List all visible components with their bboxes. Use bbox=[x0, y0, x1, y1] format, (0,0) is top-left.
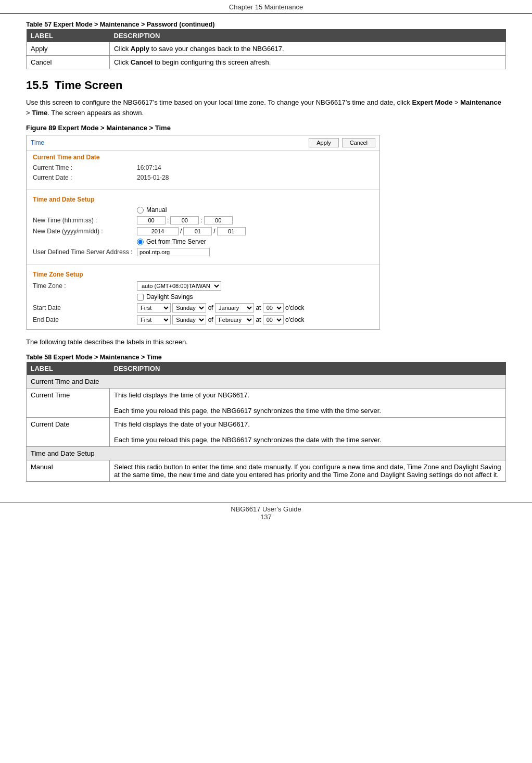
table58-title: Table 58 Expert Mode > Maintenance > Tim… bbox=[26, 354, 506, 361]
following-text: The following table describes the labels… bbox=[26, 337, 506, 347]
current-date-row: Current Date : 2015-01-28 bbox=[33, 174, 373, 181]
new-date-month-input[interactable] bbox=[183, 227, 212, 235]
end-day-select[interactable]: Sunday bbox=[172, 315, 206, 324]
time-date-setup-section: Time and Date Setup Manual New Time (hh:… bbox=[27, 193, 379, 261]
page-header: Chapter 15 Maintenance bbox=[0, 0, 532, 14]
end-date-row: End Date First Sunday of February at bbox=[33, 315, 373, 324]
row-label-current-date: Current Date bbox=[27, 417, 110, 446]
current-date-value: 2015-01-28 bbox=[137, 174, 169, 181]
chapter-title: Chapter 15 Maintenance bbox=[229, 3, 303, 11]
figure-cancel-button[interactable]: Cancel bbox=[342, 138, 375, 147]
new-date-label: New Date (yyyy/mm/dd) : bbox=[33, 228, 137, 235]
ntp-server-input[interactable] bbox=[137, 248, 210, 256]
current-time-value: 16:07:14 bbox=[137, 164, 161, 171]
row-label: Cancel bbox=[27, 56, 110, 69]
figure-label: Figure 89 Expert Mode > Maintenance > Ti… bbox=[26, 124, 506, 132]
date-sep2: / bbox=[213, 228, 215, 235]
current-section-title: Current Time and Date bbox=[33, 154, 373, 161]
manual-radio[interactable] bbox=[137, 207, 144, 214]
new-date-year-input[interactable] bbox=[137, 227, 179, 235]
manual-label: Manual bbox=[146, 206, 167, 214]
new-time-label: New Time (hh:mm:ss) : bbox=[33, 217, 137, 224]
start-at-label: at bbox=[256, 304, 261, 311]
row-description: Click Cancel to begin configuring this s… bbox=[110, 56, 506, 69]
current-time-row: Current Time : 16:07:14 bbox=[33, 164, 373, 171]
new-time-min-input[interactable] bbox=[170, 216, 199, 224]
time-sep1: : bbox=[167, 217, 169, 224]
table-row: Current Date This field displays the dat… bbox=[27, 417, 506, 446]
figure-topbar-buttons: Apply Cancel bbox=[309, 138, 375, 147]
daylight-label: Daylight Savings bbox=[146, 293, 193, 301]
section-label-setup: Time and Date Setup bbox=[27, 446, 506, 460]
new-time-sec-input[interactable] bbox=[204, 216, 233, 224]
daylight-row: Daylight Savings bbox=[33, 293, 373, 301]
table-57: LABEL DESCRIPTION Apply Click Apply to s… bbox=[26, 29, 506, 69]
row-description-current-time: This field displays the time of your NBG… bbox=[110, 388, 506, 417]
get-from-server-label: Get from Time Server bbox=[146, 238, 206, 245]
row-description-current-date: This field displays the date of your NBG… bbox=[110, 417, 506, 446]
end-oclock-label: o'clock bbox=[285, 316, 304, 323]
current-date-label: Current Date : bbox=[33, 174, 137, 181]
start-date-label: Start Date bbox=[33, 304, 137, 311]
new-time-hour-input[interactable] bbox=[137, 216, 166, 224]
end-of-label: of bbox=[208, 316, 213, 323]
row-label-current-time: Current Time bbox=[27, 388, 110, 417]
section-row-setup: Time and Date Setup bbox=[27, 446, 506, 460]
table-row: Apply Click Apply to save your changes b… bbox=[27, 42, 506, 56]
row-description: Click Apply to save your changes back to… bbox=[110, 42, 506, 56]
start-month-select[interactable]: January bbox=[215, 303, 254, 312]
col-description-58: DESCRIPTION bbox=[110, 362, 506, 375]
row-description-manual: Select this radio button to enter the ti… bbox=[110, 460, 506, 481]
table-row: Current Time This field displays the tim… bbox=[27, 388, 506, 417]
get-from-server-radio[interactable] bbox=[137, 239, 144, 245]
section-body-text: Use this screen to configure the NBG6617… bbox=[26, 97, 506, 118]
table-row: Manual Select this radio button to enter… bbox=[27, 460, 506, 481]
footer-guide: NBG6617 User's Guide bbox=[0, 505, 532, 513]
timezone-row: Time Zone : auto (GMT+08:00)TAIWAN bbox=[33, 281, 373, 291]
user-defined-label: User Defined Time Server Address : bbox=[33, 248, 137, 256]
col-description: DESCRIPTION bbox=[110, 29, 506, 42]
current-time-date-section: Current Time and Date Current Time : 16:… bbox=[27, 151, 379, 186]
col-label: LABEL bbox=[27, 29, 110, 42]
daylight-checkbox[interactable] bbox=[137, 294, 144, 301]
figure-tab-title: Time bbox=[31, 139, 44, 146]
col-label-58: LABEL bbox=[27, 362, 110, 375]
section-label-current: Current Time and Date bbox=[27, 375, 506, 389]
get-from-server-row: Get from Time Server bbox=[33, 238, 373, 245]
new-time-row: New Time (hh:mm:ss) : : : bbox=[33, 216, 373, 224]
setup-section-title: Time and Date Setup bbox=[33, 196, 373, 203]
table-58: LABEL DESCRIPTION Current Time and Date … bbox=[26, 362, 506, 482]
footer-page: 137 bbox=[0, 513, 532, 521]
figure-box: Time Apply Cancel Current Time and Date … bbox=[26, 135, 380, 330]
end-month-select[interactable]: February bbox=[215, 315, 254, 324]
end-at-label: at bbox=[256, 316, 261, 323]
table-row: Cancel Click Cancel to begin configuring… bbox=[27, 56, 506, 69]
figure-topbar: Time Apply Cancel bbox=[27, 135, 379, 151]
start-first-select[interactable]: First bbox=[137, 303, 171, 312]
start-of-label: of bbox=[208, 304, 213, 311]
table57-title: Table 57 Expert Mode > Maintenance > Pas… bbox=[26, 21, 506, 28]
end-hour-select[interactable]: 00 bbox=[263, 315, 284, 324]
manual-row: Manual bbox=[33, 206, 373, 214]
figure-apply-button[interactable]: Apply bbox=[309, 138, 339, 147]
row-label-manual: Manual bbox=[27, 460, 110, 481]
new-date-day-input[interactable] bbox=[217, 227, 246, 235]
timezone-setup-section: Time Zone Setup Time Zone : auto (GMT+08… bbox=[27, 268, 379, 329]
new-date-row: New Date (yyyy/mm/dd) : / / bbox=[33, 227, 373, 235]
current-time-label: Current Time : bbox=[33, 164, 137, 171]
end-first-select[interactable]: First bbox=[137, 315, 171, 324]
section-heading: 15.5 Time Screen bbox=[26, 79, 506, 92]
timezone-section-title: Time Zone Setup bbox=[33, 271, 373, 278]
start-oclock-label: o'clock bbox=[285, 304, 304, 311]
start-day-select[interactable]: Sunday bbox=[172, 303, 206, 312]
row-label: Apply bbox=[27, 42, 110, 56]
date-sep1: / bbox=[180, 228, 182, 235]
end-date-label: End Date bbox=[33, 316, 137, 323]
page-footer: NBG6617 User's Guide 137 bbox=[0, 503, 532, 523]
timezone-select[interactable]: auto (GMT+08:00)TAIWAN bbox=[137, 281, 221, 291]
timezone-label: Time Zone : bbox=[33, 282, 137, 290]
start-date-row: Start Date First Sunday of January at bbox=[33, 303, 373, 312]
user-defined-server-row: User Defined Time Server Address : bbox=[33, 248, 373, 256]
section-row-current: Current Time and Date bbox=[27, 375, 506, 389]
start-hour-select[interactable]: 00 bbox=[263, 303, 284, 312]
